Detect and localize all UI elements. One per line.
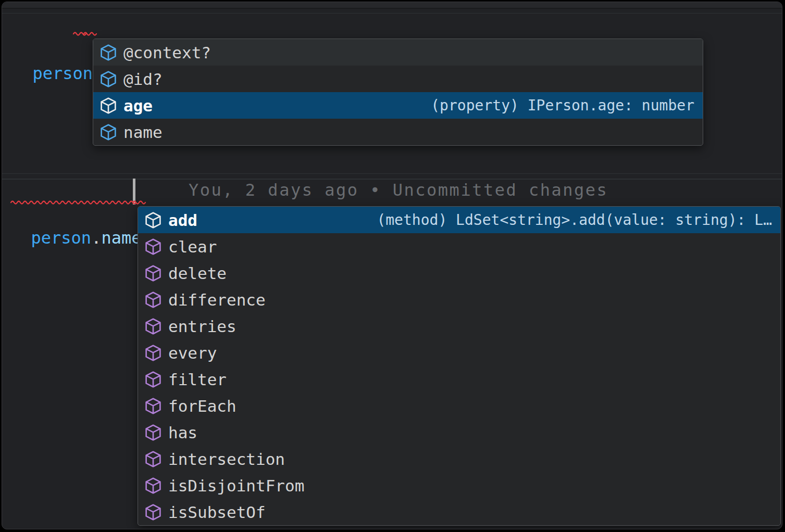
suggest-widget-methods: add (method) LdSet<string>.add(value: st…: [138, 206, 781, 526]
suggest-item[interactable]: clear: [138, 233, 780, 260]
suggest-item-label: @id?: [123, 70, 163, 88]
suggest-item[interactable]: filter: [138, 366, 780, 392]
suggest-item-label: every: [168, 344, 217, 362]
editor-window: person.; @context? @id?: [2, 2, 782, 529]
suggest-item-label: isDisjointFrom: [168, 476, 304, 495]
symbol-method-icon: [144, 424, 162, 441]
symbol-method-icon: [144, 318, 162, 335]
suggest-item[interactable]: name: [93, 119, 703, 145]
symbol-method-icon: [144, 371, 162, 388]
code-line-2[interactable]: person.name.: [11, 178, 152, 250]
symbol-method-icon: [144, 291, 162, 309]
suggest-item[interactable]: every: [138, 339, 780, 366]
suggest-item[interactable]: @context?: [93, 39, 703, 66]
error-squiggle: [11, 200, 132, 205]
symbol-property-icon: [99, 70, 117, 88]
symbol-method-icon: [144, 477, 162, 495]
git-blame-annotation: You, 2 days ago • Uncommitted changes: [189, 178, 608, 202]
symbol-method-icon: [144, 344, 162, 362]
suggest-item-label: has: [168, 423, 197, 442]
symbol-property-icon: [99, 123, 117, 141]
code-token: person: [33, 64, 93, 83]
suggest-item[interactable]: add (method) LdSet<string>.add(value: st…: [138, 207, 780, 233]
suggest-item[interactable]: difference: [138, 286, 780, 313]
suggest-item[interactable]: entries: [138, 313, 780, 339]
suggest-item[interactable]: @id?: [93, 66, 703, 92]
error-squiggle: [84, 31, 95, 36]
suggest-item-label: forEach: [168, 397, 236, 415]
error-squiggle: [73, 31, 82, 36]
window-top-edge: [2, 2, 782, 9]
suggest-item-label: entries: [168, 317, 236, 336]
suggest-item-label: intersection: [168, 450, 285, 468]
suggest-item-label: difference: [168, 290, 266, 309]
suggest-item-label: name: [123, 123, 163, 142]
code-token: .: [91, 228, 101, 248]
error-squiggle: [133, 200, 140, 205]
suggest-item-label: age: [123, 96, 153, 115]
suggest-item[interactable]: isSubsetOf: [138, 499, 780, 525]
symbol-method-icon: [144, 503, 162, 521]
symbol-method-icon: [144, 238, 162, 256]
suggest-item[interactable]: isDisjointFrom: [138, 472, 780, 499]
suggest-widget-properties: @context? @id? age (property) IPerson.ag…: [93, 39, 703, 146]
suggest-item-label: filter: [168, 370, 227, 389]
suggest-item-label: add: [168, 211, 197, 230]
suggest-item[interactable]: has: [138, 419, 780, 446]
suggest-item-label: isSubsetOf: [168, 503, 266, 522]
symbol-property-icon: [99, 97, 117, 115]
suggest-item-label: clear: [168, 237, 217, 256]
suggest-item[interactable]: delete: [138, 260, 780, 286]
code-token: person: [31, 228, 92, 248]
suggest-item[interactable]: intersection: [138, 446, 780, 472]
symbol-method-icon: [144, 211, 162, 229]
suggest-item[interactable]: age (property) IPerson.age: number: [93, 92, 703, 119]
code-token: name: [101, 228, 141, 248]
suggest-item-detail: (property) IPerson.age: number: [431, 97, 694, 114]
symbol-method-icon: [144, 264, 162, 282]
symbol-method-icon: [144, 397, 162, 415]
line-highlight-border: [2, 13, 782, 14]
suggest-item-label: delete: [168, 264, 227, 283]
line-highlight-border: [2, 173, 782, 174]
suggest-item-detail: (method) LdSet<string>.add(value: string…: [377, 211, 772, 229]
symbol-property-icon: [99, 44, 117, 61]
suggest-item[interactable]: forEach: [138, 392, 780, 419]
suggest-item-label: @context?: [123, 43, 211, 62]
symbol-method-icon: [144, 450, 162, 468]
